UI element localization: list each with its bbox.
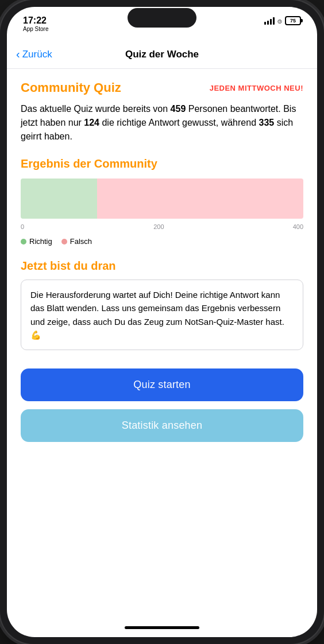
back-label: Zurück — [22, 49, 52, 60]
chart-legend: Richtig Falsch — [21, 237, 303, 246]
nav-bar: ‹ Zurück Quiz der Woche — [7, 40, 317, 69]
phone-frame: 17:22 App Store ⌾ 75 ‹ Zurück — [0, 0, 324, 644]
home-indicator — [7, 618, 317, 637]
nav-title: Quiz der Woche — [125, 49, 199, 60]
wifi-icon: ⌾ — [277, 17, 282, 25]
legend-correct-label: Richtig — [29, 237, 52, 246]
chart-axis: 0 200 400 — [21, 223, 303, 232]
battery-icon: 75 — [285, 16, 301, 25]
legend-correct: Richtig — [21, 237, 52, 246]
back-button[interactable]: ‹ Zurück — [16, 49, 52, 60]
home-bar — [125, 626, 199, 629]
bar-chart — [21, 179, 303, 219]
status-right: ⌾ 75 — [264, 15, 301, 25]
description-text: Das aktuelle Quiz wurde bereits von 459 … — [21, 102, 303, 143]
total-count: 459 — [171, 104, 186, 114]
challenge-title: Jetzt bist du dran — [21, 259, 303, 273]
chart-container: 0 200 400 Richtig Falsch — [21, 179, 303, 246]
signal-bar-2 — [267, 21, 269, 25]
signal-bars — [264, 17, 275, 25]
axis-label-200: 200 — [153, 223, 164, 230]
signal-bar-3 — [270, 19, 272, 25]
legend-dot-incorrect — [61, 239, 67, 245]
legend-dot-correct — [21, 239, 26, 245]
bar-incorrect — [97, 179, 303, 219]
axis-label-0: 0 — [21, 223, 24, 230]
desc-part-3: die richtige Antwort gewusst, während — [99, 118, 259, 127]
new-badge: JEDEN MITTWOCH NEU! — [210, 84, 303, 92]
axis-label-400: 400 — [293, 223, 303, 230]
buttons-section: Quiz starten Statistik ansehen — [21, 368, 303, 442]
legend-incorrect-label: Falsch — [70, 237, 92, 246]
community-quiz-title: Community Quiz — [21, 80, 121, 95]
status-left: 17:22 App Store — [23, 15, 48, 32]
status-time: 17:22 — [23, 15, 48, 26]
status-subtitle: App Store — [23, 26, 48, 32]
quiz-start-button[interactable]: Quiz starten — [21, 368, 303, 401]
main-content: Community Quiz JEDEN MITTWOCH NEU! Das a… — [7, 69, 317, 618]
signal-bar-4 — [273, 17, 275, 25]
signal-bar-1 — [264, 22, 266, 25]
statistik-button[interactable]: Statistik ansehen — [21, 409, 303, 442]
challenge-box: Die Herausforderung wartet auf Dich! Dei… — [21, 280, 303, 350]
legend-incorrect: Falsch — [61, 237, 92, 246]
desc-part-1: Das aktuelle Quiz wurde bereits von — [21, 104, 171, 114]
screen: 17:22 App Store ⌾ 75 ‹ Zurück — [7, 7, 317, 637]
chart-section-title: Ergebnis der Community — [21, 157, 303, 170]
bar-correct — [21, 179, 97, 219]
challenge-text: Die Herausforderung wartet auf Dich! Dei… — [30, 290, 284, 340]
community-quiz-header: Community Quiz JEDEN MITTWOCH NEU! — [21, 80, 303, 95]
incorrect-count: 335 — [259, 118, 274, 127]
back-chevron-icon: ‹ — [16, 48, 20, 60]
dynamic-island — [128, 8, 196, 28]
correct-count: 124 — [84, 118, 99, 127]
